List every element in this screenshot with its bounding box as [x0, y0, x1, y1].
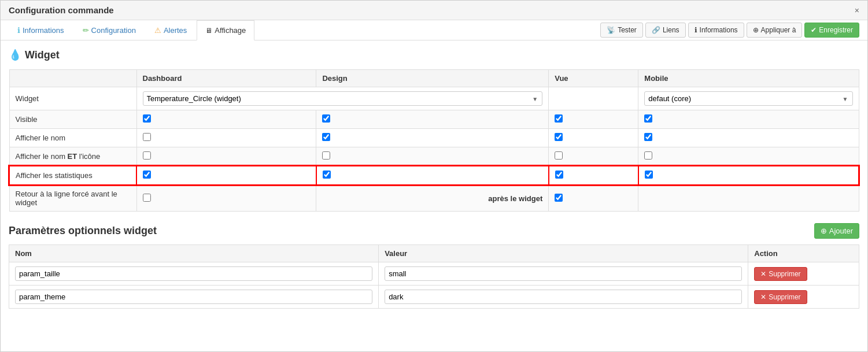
- param-nom-0-cell: [9, 262, 379, 286]
- retour-apres-cell: après le widget: [316, 185, 549, 212]
- widget-mobile-select-wrapper: defaut (core): [644, 91, 852, 106]
- afficher-nom-row: Afficher le nom: [9, 129, 859, 147]
- tab-configuration[interactable]: ✏ Configuration: [74, 20, 145, 40]
- param-nom-0-input[interactable]: [15, 266, 372, 281]
- params-title: Paramètres optionnels widget: [9, 225, 157, 237]
- visible-mobile-checkbox[interactable]: [644, 114, 652, 123]
- afficher-icone-design-checkbox[interactable]: [322, 151, 330, 160]
- rss-icon: 📡: [607, 26, 615, 34]
- alert-icon: ⚠: [154, 26, 161, 35]
- afficher-icone-row: Afficher le nom ET l'icône: [9, 147, 859, 166]
- params-section: Paramètres optionnels widget ⊕ Ajouter N…: [9, 223, 859, 309]
- afficher-icone-label: Afficher le nom ET l'icône: [9, 147, 136, 166]
- info-icon: ℹ: [17, 26, 20, 35]
- stats-vue-checkbox[interactable]: [555, 171, 563, 179]
- visible-design-cell: [316, 110, 549, 129]
- visible-vue-cell: [549, 110, 638, 129]
- afficher-icone-design-cell: [316, 147, 549, 166]
- col-design: Design: [316, 70, 549, 87]
- col-mobile: Mobile: [638, 70, 859, 87]
- param-valeur-1-input[interactable]: [385, 290, 742, 304]
- tab-alertes[interactable]: ⚠ Alertes: [146, 20, 195, 40]
- afficher-nom-mobile-checkbox[interactable]: [644, 133, 652, 141]
- stats-design-cell: [316, 166, 549, 185]
- afficher-nom-design-checkbox[interactable]: [322, 133, 330, 141]
- visible-design-checkbox[interactable]: [322, 114, 330, 123]
- stats-row: Afficher les statistiques: [9, 166, 859, 185]
- tab-informations-label: Informations: [23, 26, 64, 35]
- stats-dashboard-cell: [136, 166, 316, 185]
- stats-dashboard-checkbox[interactable]: [143, 171, 151, 179]
- afficher-nom-mobile-cell: [638, 129, 859, 147]
- col-nom-header: Nom: [9, 245, 379, 262]
- widget-dashboard-select[interactable]: Temperature_Circle (widget): [143, 91, 543, 106]
- param-valeur-0-input[interactable]: [385, 266, 742, 281]
- afficher-icone-mobile-cell: [638, 147, 859, 166]
- col-empty: [9, 70, 136, 87]
- window-title: Configuration commande: [9, 5, 114, 15]
- check-icon: ✔: [811, 26, 817, 34]
- visible-vue-checkbox[interactable]: [555, 114, 563, 123]
- afficher-nom-design-cell: [316, 129, 549, 147]
- afficher-nom-dashboard-cell: [136, 129, 316, 147]
- informations-button[interactable]: ℹ Informations: [688, 23, 744, 38]
- col-valeur-header: Valeur: [379, 245, 748, 262]
- retour-apres-check-cell: [549, 185, 638, 212]
- close-button[interactable]: ×: [855, 6, 859, 15]
- visible-mobile-cell: [638, 110, 859, 129]
- afficher-icone-mobile-checkbox[interactable]: [644, 151, 652, 160]
- tab-configuration-label: Configuration: [91, 26, 136, 35]
- delete-param-0-button[interactable]: ✕ Supprimer: [754, 267, 807, 281]
- tab-affichage-label: Affichage: [215, 26, 246, 35]
- water-icon: 💧: [9, 49, 21, 61]
- visible-dashboard-checkbox[interactable]: [143, 114, 151, 123]
- apres-label: après le widget: [488, 194, 542, 203]
- afficher-nom-label: Afficher le nom: [9, 129, 136, 147]
- afficher-nom-vue-cell: [549, 129, 638, 147]
- info2-icon: ℹ: [695, 26, 697, 34]
- appliquer-button[interactable]: ⊕ Appliquer à: [747, 23, 803, 38]
- param-action-1-cell: ✕ Supprimer: [748, 286, 859, 309]
- plus-circle-icon: ⊕: [821, 227, 827, 235]
- stats-mobile-cell: [638, 166, 859, 185]
- widget-row-label: Widget: [9, 87, 136, 110]
- retour-avant-checkbox[interactable]: [143, 194, 151, 202]
- afficher-nom-dashboard-checkbox[interactable]: [143, 133, 151, 141]
- widget-select-wrapper: Temperature_Circle (widget): [143, 91, 543, 106]
- enregistrer-button[interactable]: ✔ Enregistrer: [804, 23, 859, 38]
- param-nom-1-cell: [9, 286, 379, 309]
- widget-dashboard-cell: Temperature_Circle (widget): [136, 87, 549, 110]
- tab-informations[interactable]: ℹ Informations: [9, 20, 73, 40]
- stats-vue-cell: [549, 166, 638, 185]
- display-icon: 🖥: [205, 27, 212, 35]
- widget-mobile-select[interactable]: defaut (core): [644, 91, 852, 106]
- liens-button[interactable]: 🔗 Liens: [645, 23, 686, 38]
- tab-affichage[interactable]: 🖥 Affichage: [197, 20, 254, 40]
- afficher-icone-dashboard-checkbox[interactable]: [143, 151, 151, 160]
- add-param-button[interactable]: ⊕ Ajouter: [814, 223, 859, 239]
- param-valeur-0-cell: [379, 262, 748, 286]
- widget-row: Widget Temperature_Circle (widget) defau: [9, 87, 859, 110]
- afficher-icone-dashboard-cell: [136, 147, 316, 166]
- tabs-container: ℹ Informations ✏ Configuration ⚠ Alertes…: [9, 20, 256, 40]
- plus-icon: ⊕: [753, 26, 759, 34]
- param-action-0-cell: ✕ Supprimer: [748, 262, 859, 286]
- title-bar: Configuration commande ×: [1, 1, 867, 20]
- delete-param-1-button[interactable]: ✕ Supprimer: [754, 290, 807, 304]
- afficher-icone-vue-checkbox[interactable]: [555, 151, 563, 160]
- params-header: Paramètres optionnels widget ⊕ Ajouter: [9, 223, 859, 239]
- stats-mobile-checkbox[interactable]: [645, 171, 653, 179]
- param-nom-1-input[interactable]: [15, 290, 372, 304]
- tester-button[interactable]: 📡 Tester: [600, 23, 643, 38]
- tabs-toolbar: ℹ Informations ✏ Configuration ⚠ Alertes…: [1, 20, 867, 40]
- retour-avant-cell: [136, 185, 316, 212]
- stats-design-checkbox[interactable]: [323, 171, 331, 179]
- afficher-icone-vue-cell: [549, 147, 638, 166]
- main-content: 💧 Widget Dashboard Design Vue Mobile Wid…: [1, 40, 867, 317]
- link-icon: 🔗: [652, 26, 660, 34]
- tab-alertes-label: Alertes: [164, 26, 187, 35]
- params-table: Nom Valeur Action: [9, 244, 859, 309]
- retour-apres-checkbox[interactable]: [555, 194, 563, 202]
- afficher-nom-vue-checkbox[interactable]: [555, 133, 563, 141]
- config-icon: ✏: [83, 26, 89, 35]
